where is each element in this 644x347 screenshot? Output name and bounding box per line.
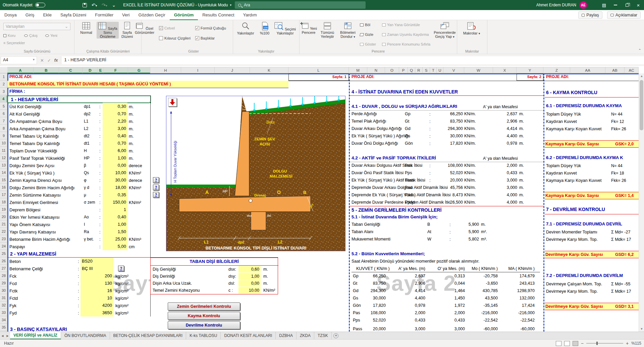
new-window-button[interactable]: Yeni Pencere <box>300 22 317 34</box>
menu-tab-giri-[interactable]: Giriş <box>21 10 39 19</box>
input-cell[interactable]: 1,00 <box>103 154 127 162</box>
menu-tab-results-connect[interactable]: Results Connect <box>198 10 238 19</box>
input-cell[interactable]: 18,00 <box>103 184 127 191</box>
name-box[interactable]: A4▾ <box>1 56 37 64</box>
zoom-percentage[interactable]: %115 <box>631 341 641 346</box>
row-header-1[interactable]: 1 <box>0 73 7 80</box>
qat-customize-icon[interactable]: ⌄ <box>112 2 116 8</box>
view-pagebreak-button[interactable]: Sayfa Sonu Önizleme <box>97 22 119 39</box>
row-header-31[interactable]: 31 <box>0 294 7 301</box>
vertical-scrollbar[interactable]: ▲ ▼ <box>639 73 644 332</box>
column-header-H[interactable]: H <box>150 67 181 73</box>
input-cell[interactable]: 0,35 <box>103 191 127 199</box>
column-header-E[interactable]: E <box>98 67 103 73</box>
column-header-J[interactable]: J <box>215 67 250 73</box>
input-cell[interactable]: 1 <box>103 206 127 213</box>
input-cell[interactable]: 1,00 <box>238 273 261 280</box>
status-view-normal-icon[interactable] <box>556 341 561 346</box>
row-header-3[interactable]: 3 <box>0 88 7 95</box>
sheet-tab-beton-eli-k-hesap-dayanimlari[interactable]: BETON-ÇELİK HESAP DAYANIMLARI <box>110 332 186 339</box>
switch-windows-button[interactable]: Pencerelerde Geçiş Yap ▾ <box>434 22 456 39</box>
input-cell[interactable]: 1,00 <box>103 221 127 228</box>
row-header-17[interactable]: 17 <box>0 191 7 198</box>
row-header-25[interactable]: 25 <box>0 250 7 257</box>
column-header-Y[interactable]: Y <box>517 67 543 73</box>
scroll-down-icon[interactable]: ▼ <box>639 326 644 332</box>
spreadsheet-grid[interactable]: Sayfa 1Sayfa 2PROJE ADI:Sayfa: 1PROJE AD… <box>7 73 639 332</box>
control-button-2[interactable]: Kayma Kontrolu <box>168 312 240 320</box>
menu-tab-yard-m[interactable]: Yardım <box>239 10 261 19</box>
row-header-10[interactable]: 10 <box>0 140 7 147</box>
row-header-19[interactable]: 19 <box>0 206 7 213</box>
row-header-7[interactable]: 7 <box>0 118 7 125</box>
column-header-K[interactable]: K <box>250 67 288 73</box>
column-header-N[interactable]: N <box>367 67 385 73</box>
input-cell[interactable]: 10,00 <box>103 169 127 177</box>
row-header-26[interactable]: 26 <box>0 258 7 265</box>
minimize-icon[interactable] <box>610 0 621 10</box>
input-cell[interactable]: 130 <box>80 280 113 287</box>
scrollbar-thumb[interactable] <box>640 80 643 130</box>
column-header-T[interactable]: T <box>430 67 437 73</box>
view-custom-button[interactable]: Özel Görünümler <box>135 22 154 34</box>
column-header-U[interactable]: U <box>437 67 443 73</box>
help-button[interactable]: ? <box>153 177 159 183</box>
row-header-32[interactable]: 32 <box>0 302 7 309</box>
column-header-G[interactable]: G <box>128 67 150 73</box>
row-header-30[interactable]: 30 <box>0 287 7 294</box>
save-icon[interactable] <box>83 3 87 7</box>
input-cell[interactable]: 16 <box>80 287 113 294</box>
input-cell[interactable]: 10.00 <box>238 287 261 294</box>
row-header-33[interactable]: 33 <box>0 309 7 316</box>
column-header-W[interactable]: W <box>464 67 493 73</box>
input-cell[interactable]: 0,70 <box>103 140 127 147</box>
split-button[interactable]: Böl <box>360 23 370 27</box>
control-button-1[interactable]: Zemin Gerilmeleri Kontrolu <box>168 302 240 310</box>
input-cell[interactable]: BÇ III <box>80 265 113 272</box>
input-cell[interactable]: 10 <box>80 294 113 302</box>
hide-button[interactable]: Gizle <box>360 32 373 37</box>
menu-tab-g-zden-ge-ir[interactable]: Gözden Geçir <box>134 10 170 19</box>
column-header-Z[interactable]: Z <box>543 67 570 73</box>
row-header-15[interactable]: 15 <box>0 177 7 184</box>
row-headers[interactable]: 1234567891011121314151617181920212223242… <box>0 73 7 332</box>
column-header-R[interactable]: R <box>415 67 423 73</box>
menu-tab-form-ller[interactable]: Formüller <box>91 10 118 19</box>
input-cell[interactable]: 5,00 <box>103 243 127 250</box>
select-all-corner[interactable] <box>0 67 7 73</box>
selected-cell-a4[interactable]: 1 - HESAP VERİLERİ <box>7 95 151 103</box>
enter-icon[interactable]: ✓ <box>47 58 51 63</box>
row-header-14[interactable]: 14 <box>0 169 7 176</box>
row-header-20[interactable]: 20 <box>0 213 7 220</box>
column-header-D[interactable]: D <box>83 67 98 73</box>
title-dropdown-icon[interactable]: ▾ <box>230 3 231 7</box>
view-pagelayout-button[interactable]: Sayfa Düzeni <box>119 22 135 39</box>
sheet-tab--n-boyutlandirma[interactable]: ÖN BOYUTLANDIRMA <box>61 332 110 339</box>
menu-tab-ekle[interactable]: Ekle <box>39 10 56 19</box>
status-view-pagelayout-icon[interactable] <box>564 341 570 346</box>
column-header-B[interactable]: B <box>34 67 59 73</box>
input-cell[interactable]: 150,00 <box>103 199 127 206</box>
column-header-P[interactable]: P <box>399 67 408 73</box>
undo-icon[interactable]: ↶▾ <box>92 2 97 8</box>
help-button[interactable]: ? <box>153 192 159 198</box>
sheet-tab-tzsk[interactable]: TZSK <box>314 332 332 339</box>
row-header-23[interactable]: 23 <box>0 235 7 242</box>
input-cell[interactable]: 0,00 <box>103 162 127 169</box>
zoom-out-icon[interactable]: − <box>581 341 584 346</box>
comments-button[interactable]: Açıklamalar <box>607 11 641 19</box>
cell-proje-adi-2[interactable]: PROJE ADI: <box>352 74 374 79</box>
row-header-11[interactable]: 11 <box>0 147 7 154</box>
column-header-AB[interactable]: AB <box>605 67 625 73</box>
collapse-ribbon-icon[interactable]: ⌃ <box>638 48 641 53</box>
input-cell[interactable]: 4200 <box>80 302 113 309</box>
zoom-selection-button[interactable]: Seçimi Yakınlaştır <box>273 22 297 35</box>
input-cell[interactable]: 0,70 <box>103 110 127 118</box>
row-header-29[interactable]: 29 <box>0 280 7 287</box>
sheet-tab-k-ks-tablosu[interactable]: K-ks TABLOSU <box>186 332 221 339</box>
column-header-AC[interactable]: AC <box>625 67 639 73</box>
input-cell[interactable]: 2,20 <box>103 118 127 125</box>
menu-tab-dosya[interactable]: Dosya <box>0 10 21 19</box>
help-button[interactable]: ? <box>153 185 159 190</box>
column-header-A[interactable]: A <box>7 67 34 73</box>
